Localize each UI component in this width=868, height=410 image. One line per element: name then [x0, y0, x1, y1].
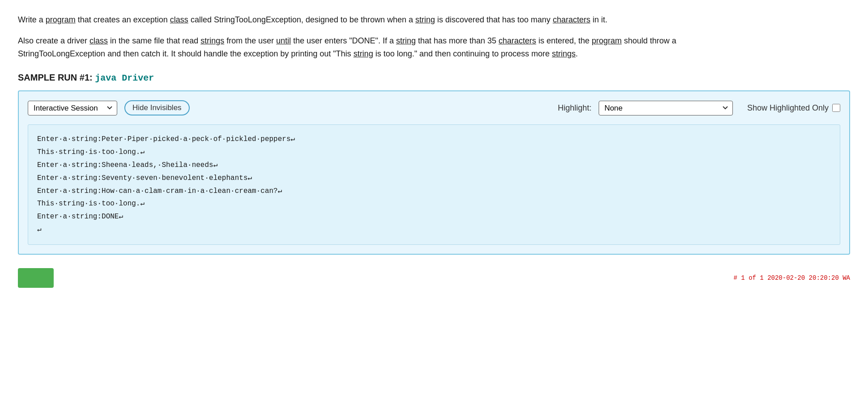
session-type-select[interactable]: Interactive Session: [28, 101, 117, 115]
bottom-bar: # 1 of 1 2020-02-20 20:20:20 WA: [18, 268, 850, 288]
bottom-right-info: # 1 of 1 2020-02-20 20:20:20 WA: [734, 274, 850, 282]
hide-invisibles-button[interactable]: Hide Invisibles: [124, 100, 190, 115]
string-underline-3: string: [353, 49, 373, 58]
sample-run-label: SAMPLE RUN #1:: [18, 73, 95, 82]
session-line: Enter·a·string:How·can·a·clam·cram·in·a·…: [37, 185, 831, 198]
description-block: Write a program that creates an exceptio…: [18, 13, 734, 60]
show-highlighted-checkbox[interactable]: [832, 104, 840, 112]
program-underline: program: [46, 15, 76, 24]
class-underline-2: class: [89, 36, 108, 45]
session-line: ↵: [37, 223, 831, 236]
class-underline-1: class: [170, 15, 188, 24]
session-line: This·string·is·too·long.↵: [37, 197, 831, 210]
session-container: Interactive Session Hide Invisibles High…: [18, 90, 850, 254]
highlight-select[interactable]: None: [599, 101, 733, 115]
session-line: Enter·a·string:Sheena·leads,·Sheila·need…: [37, 159, 831, 172]
until-underline: until: [276, 36, 291, 45]
session-line: This·string·is·too·long.↵: [37, 146, 831, 159]
session-content: Enter·a·string:Peter·Piper·picked·a·peck…: [28, 124, 840, 244]
strings-underline-2: strings: [552, 49, 576, 58]
string-underline-1: string: [415, 15, 435, 24]
characters-underline-2: characters: [498, 36, 536, 45]
string-underline-2: string: [396, 36, 416, 45]
description-paragraph1: Write a program that creates an exceptio…: [18, 13, 734, 26]
show-highlighted-label: Show Highlighted Only: [747, 103, 840, 113]
strings-underline-1: strings: [200, 36, 224, 45]
session-toolbar: Interactive Session Hide Invisibles High…: [28, 100, 840, 115]
sample-run-code: java Driver: [95, 73, 154, 83]
program-underline-2: program: [591, 36, 621, 45]
session-line: Enter·a·string:DONE↵: [37, 210, 831, 223]
highlight-label: Highlight:: [558, 103, 591, 113]
session-line: Enter·a·string:Peter·Piper·picked·a·peck…: [37, 133, 831, 146]
description-paragraph2: Also create a driver class in the same f…: [18, 34, 734, 60]
sample-run-title: SAMPLE RUN #1: java Driver: [18, 73, 850, 83]
characters-underline-1: characters: [553, 15, 590, 24]
green-button[interactable]: [18, 268, 54, 288]
session-line: Enter·a·string:Seventy·seven·benevolent·…: [37, 172, 831, 185]
